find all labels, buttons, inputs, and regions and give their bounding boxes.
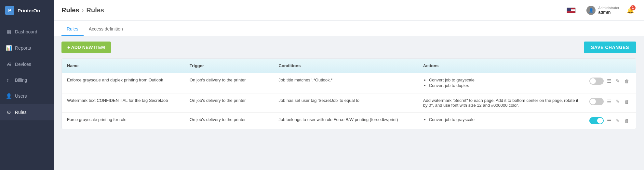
cell-controls: ☰✎🗑: [584, 93, 636, 113]
cell-conditions: Job title matches '.*Outlook.*': [274, 73, 418, 93]
avatar: 👤: [586, 6, 596, 15]
sidebar-logo: P PrinterOn: [0, 0, 54, 21]
sidebar-item-label-billing: Billing: [15, 78, 27, 83]
col-header-trigger: Trigger: [184, 59, 274, 73]
row-menu-button-2[interactable]: ☰: [606, 117, 612, 124]
rules-icon: ⊙: [6, 109, 12, 115]
logo-text: PrinterOn: [18, 8, 40, 13]
table-row: Enforce grayscale and duplex printing fr…: [62, 73, 636, 93]
table-row: Force grayscale printing for roleOn job'…: [62, 113, 636, 129]
cell-trigger: On job's delivery to the printer: [184, 113, 274, 129]
sidebar-item-rules[interactable]: ⊙ Rules: [0, 104, 54, 120]
tab-access-definition[interactable]: Access definition: [84, 22, 128, 36]
cell-actions: Convert job to grayscale: [418, 113, 584, 129]
rules-table-container: Name Trigger Conditions Actions Enforce …: [61, 58, 636, 129]
user-info: Administrator admin: [598, 6, 619, 15]
breadcrumb-current: Rules: [86, 6, 104, 14]
main-area: Rules › Rules 👤 Administrator admin 🔔 1: [54, 0, 644, 170]
user-section: 👤 Administrator admin: [581, 6, 619, 15]
sidebar-item-label-users: Users: [15, 93, 27, 99]
cell-name: Force grayscale printing for role: [62, 113, 184, 129]
sidebar-item-dashboard[interactable]: ▦ Dashboard: [0, 24, 54, 40]
cell-trigger: On job's delivery to the printer: [184, 93, 274, 113]
table-row: Watermark text CONFIDENTIAL for the tag …: [62, 93, 636, 113]
users-icon: 👤: [6, 93, 12, 99]
cell-name: Enforce grayscale and duplex printing fr…: [62, 73, 184, 93]
cell-trigger: On job's delivery to the printer: [184, 73, 274, 93]
dashboard-icon: ▦: [6, 29, 12, 35]
user-role: Administrator: [598, 6, 619, 10]
cell-name: Watermark text CONFIDENTIAL for the tag …: [62, 93, 184, 113]
col-header-controls: [584, 59, 636, 73]
action-bar: + ADD NEW ITEM SAVE CHANGES: [54, 36, 644, 58]
sidebar: P PrinterOn ▦ Dashboard 📊 Reports 🖨 Devi…: [0, 0, 54, 170]
sidebar-item-label-reports: Reports: [15, 45, 31, 51]
row-menu-button-0[interactable]: ☰: [606, 78, 612, 85]
reports-icon: 📊: [6, 45, 12, 51]
row-edit-button-1[interactable]: ✎: [614, 98, 621, 105]
row-edit-button-2[interactable]: ✎: [614, 117, 621, 124]
col-header-name: Name: [62, 59, 184, 73]
billing-icon: 🏷: [6, 77, 12, 83]
table-header-row: Name Trigger Conditions Actions: [62, 59, 636, 73]
sidebar-item-users[interactable]: 👤 Users: [0, 88, 54, 104]
col-header-conditions: Conditions: [274, 59, 418, 73]
rules-table: Name Trigger Conditions Actions Enforce …: [62, 59, 636, 129]
cell-controls: ☰✎🗑: [584, 73, 636, 93]
top-header: Rules › Rules 👤 Administrator admin 🔔 1: [54, 0, 644, 21]
add-new-item-button[interactable]: + ADD NEW ITEM: [61, 42, 111, 53]
row-edit-button-0[interactable]: ✎: [614, 78, 621, 85]
row-toggle-1[interactable]: [589, 98, 604, 105]
sidebar-item-label-dashboard: Dashboard: [15, 29, 37, 34]
content-area: Rules Access definition + ADD NEW ITEM S…: [54, 21, 644, 170]
row-delete-button-1[interactable]: 🗑: [623, 98, 631, 105]
cell-actions: Add watermark "Secret" to each page. Add…: [418, 93, 584, 113]
row-menu-button-1[interactable]: ☰: [606, 98, 612, 105]
sidebar-item-label-devices: Devices: [15, 62, 31, 67]
devices-icon: 🖨: [6, 61, 12, 67]
sidebar-item-reports[interactable]: 📊 Reports: [0, 40, 54, 56]
save-changes-button[interactable]: SAVE CHANGES: [584, 42, 636, 53]
breadcrumb-root: Rules: [61, 6, 79, 14]
row-delete-button-0[interactable]: 🗑: [623, 78, 631, 85]
language-flag[interactable]: [567, 7, 576, 13]
cell-conditions: Job belongs to user with role Force B/W …: [274, 113, 418, 129]
notification-bell-button[interactable]: 🔔 1: [624, 5, 636, 16]
row-toggle-0[interactable]: [589, 78, 604, 85]
notification-badge: 1: [630, 5, 636, 10]
cell-controls: ☰✎🗑: [584, 113, 636, 129]
sidebar-item-billing[interactable]: 🏷 Billing: [0, 72, 54, 88]
sidebar-item-label-rules: Rules: [15, 110, 27, 115]
breadcrumb: Rules › Rules: [61, 6, 104, 14]
row-delete-button-2[interactable]: 🗑: [623, 117, 631, 124]
sidebar-item-devices[interactable]: 🖨 Devices: [0, 56, 54, 72]
col-header-actions: Actions: [418, 59, 584, 73]
sidebar-nav: ▦ Dashboard 📊 Reports 🖨 Devices 🏷 Billin…: [0, 21, 54, 120]
cell-actions: Convert job to grayscaleConvert job to d…: [418, 73, 584, 93]
cell-conditions: Job has set user tag 'SecretJob' to equa…: [274, 93, 418, 113]
logo-icon: P: [5, 6, 14, 15]
tab-rules[interactable]: Rules: [61, 22, 84, 36]
user-name: admin: [598, 10, 619, 15]
tabs-bar: Rules Access definition: [54, 21, 644, 36]
header-right: 👤 Administrator admin 🔔 1: [567, 5, 636, 16]
breadcrumb-separator: ›: [82, 7, 84, 14]
row-toggle-2[interactable]: [589, 117, 604, 124]
